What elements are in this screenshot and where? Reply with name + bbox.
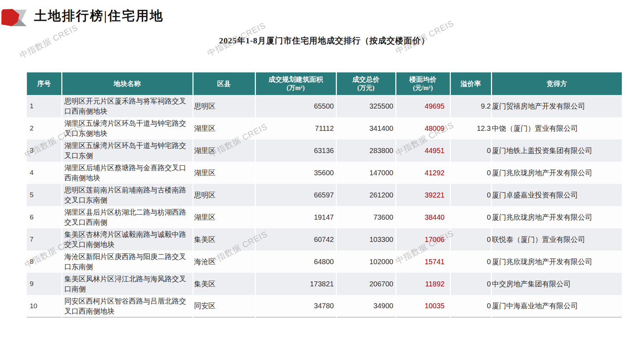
table-body: 1思明区开元片区厦禾路与将军祠路交叉口西南侧地块思明区6550032550049…	[27, 95, 622, 317]
cell-floor: 49695	[396, 95, 450, 117]
column-header-label: 区县	[217, 80, 231, 87]
column-header-unit: (万元)	[337, 84, 395, 92]
cell-area: 63136	[255, 139, 336, 162]
page-title: 土地排行榜|住宅用地	[34, 7, 164, 25]
cell-district: 湖里区	[193, 206, 255, 228]
cell-winner: 厦门地铁上盖投资集团有限公司	[491, 139, 622, 162]
column-header-7: 竞得方	[491, 72, 622, 95]
table-row: 8海沧区新阳片区庚西路与阳庚二路交叉口东南侧海沧区648001020001574…	[27, 251, 622, 273]
cell-area: 35600	[255, 162, 336, 184]
table-row: 9集美区凤林片区浔江北路与海凤路交叉口南侧集美区1738212067001189…	[27, 273, 622, 295]
column-header-unit: (万m²)	[256, 84, 336, 92]
cell-total: 102000	[336, 251, 396, 273]
cell-seq: 7	[27, 228, 62, 251]
cell-floor: 44951	[396, 139, 450, 162]
cell-floor: 41292	[396, 162, 450, 184]
column-header-label: 序号	[37, 80, 51, 87]
cell-total: 325500	[336, 95, 396, 117]
cell-floor: 38440	[396, 206, 450, 228]
cell-total: 261200	[336, 184, 396, 206]
column-header-1: 地块名称	[62, 72, 193, 95]
cell-district: 思明区	[193, 95, 255, 117]
cell-total: 34900	[336, 295, 396, 317]
cell-total: 147000	[336, 162, 396, 184]
cell-area: 66597	[255, 184, 336, 206]
cell-winner: 中饶（厦门）置业有限公司	[491, 117, 622, 139]
cell-name: 海沧区新阳片区庚西路与阳庚二路交叉口东南侧	[62, 251, 193, 273]
table-row: 1思明区开元片区厦禾路与将军祠路交叉口西南侧地块思明区6550032550049…	[27, 95, 622, 117]
cell-seq: 9	[27, 273, 62, 295]
cell-winner: 厦门兆欣珑房地产开发有限公司	[491, 206, 622, 228]
cell-name: 同安区西柯片区智谷西路与吕厝北路交叉口西南侧地块	[62, 295, 193, 317]
cell-premium: 0	[450, 251, 491, 273]
cell-winner: 中交房地产集团有限公司	[491, 273, 622, 295]
cell-winner: 厦门卓盛嘉业投资有限公司	[491, 184, 622, 206]
column-header-3: 成交规划建筑面积(万m²)	[255, 72, 336, 95]
cell-floor: 10035	[396, 295, 450, 317]
column-header-6: 溢价率	[450, 72, 491, 95]
table-row: 10同安区西柯片区智谷西路与吕厝北路交叉口西南侧地块同安区34780349001…	[27, 295, 622, 317]
cell-name: 思明区开元片区厦禾路与将军祠路交叉口西南侧地块	[62, 95, 193, 117]
table-row: 2湖里区五缘湾片区环岛干道与钟宅路交叉口东侧地块湖里区7111234140048…	[27, 117, 622, 139]
cell-district: 集美区	[193, 273, 255, 295]
column-header-label: 溢价率	[461, 80, 481, 87]
cell-floor: 48009	[396, 117, 450, 139]
cell-area: 19147	[255, 206, 336, 228]
cell-premium: 9.2	[450, 95, 491, 117]
table-row: 6湖里区县后片区枋湖北二路与枋湖西路交叉口西南侧湖里区1914773600384…	[27, 206, 622, 228]
cell-winner: 联悦泰（厦门）置业有限公司	[491, 228, 622, 251]
cell-district: 集美区	[193, 228, 255, 251]
cell-name: 湖里区县后片区枋湖北二路与枋湖西路交叉口西南侧	[62, 206, 193, 228]
cell-district: 湖里区	[193, 139, 255, 162]
column-header-label: 地块名称	[114, 80, 141, 87]
cell-name: 集美区杏林湾片区诚毅南路与诚毅中路交叉口南侧地块	[62, 228, 193, 251]
cell-district: 同安区	[193, 295, 255, 317]
column-header-label: 竞得方	[547, 80, 567, 87]
cell-seq: 8	[27, 251, 62, 273]
cell-premium: 0	[450, 184, 491, 206]
cell-floor: 15741	[396, 251, 450, 273]
cell-seq: 6	[27, 206, 62, 228]
cell-district: 海沧区	[193, 251, 255, 273]
cell-premium: 0	[450, 295, 491, 317]
column-header-label: 楼面均价	[409, 76, 437, 83]
cell-premium: 0	[450, 228, 491, 251]
creis-logo-icon	[1, 9, 27, 26]
cell-winner: 厦门兆欣珑房地产开发有限公司	[491, 251, 622, 273]
cell-total: 103300	[336, 228, 396, 251]
cell-area: 64800	[255, 251, 336, 273]
cell-seq: 2	[27, 117, 62, 139]
cell-premium: 0	[450, 139, 491, 162]
column-header-label: 成交规划建筑面积	[268, 76, 323, 83]
cell-area: 60742	[255, 228, 336, 251]
cell-premium: 0	[450, 273, 491, 295]
cell-total: 283800	[336, 139, 396, 162]
cell-area: 71112	[255, 117, 336, 139]
column-header-4: 成交总价(万元)	[336, 72, 396, 95]
cell-winner: 厦门中海嘉业地产有限公司	[491, 295, 622, 317]
cell-floor: 39221	[396, 184, 450, 206]
cell-seq: 10	[27, 295, 62, 317]
cell-seq: 1	[27, 95, 62, 117]
column-header-5: 楼面均价(元/m²)	[396, 72, 450, 95]
cell-seq: 5	[27, 184, 62, 206]
column-header-2: 区县	[193, 72, 255, 95]
cell-name: 思明区莲前南片区前埔南路与古楼南路交叉口东南侧	[62, 184, 193, 206]
cell-winner: 厦门贸禧房地产开发有限公司	[491, 95, 622, 117]
cell-area: 173821	[255, 273, 336, 295]
cell-floor: 17006	[396, 228, 450, 251]
table-row: 7集美区杏林湾片区诚毅南路与诚毅中路交叉口南侧地块集美区607421033001…	[27, 228, 622, 251]
cell-name: 湖里区后埔片区蔡塘路与金喜路交叉口西南侧地块	[62, 162, 193, 184]
cell-area: 65500	[255, 95, 336, 117]
cell-winner: 厦门兆欣珑房地产开发有限公司	[491, 162, 622, 184]
cell-district: 思明区	[193, 184, 255, 206]
column-header-unit: (元/m²)	[396, 84, 450, 92]
cell-district: 湖里区	[193, 162, 255, 184]
cell-total: 73600	[336, 206, 396, 228]
ranking-table-container: 序号地块名称区县成交规划建筑面积(万m²)成交总价(万元)楼面均价(元/m²)溢…	[27, 72, 622, 318]
table-title: 2025年1-8月厦门市住宅用地成交排行（按成交楼面价）	[27, 35, 622, 46]
cell-seq: 4	[27, 162, 62, 184]
table-header-row: 序号地块名称区县成交规划建筑面积(万m²)成交总价(万元)楼面均价(元/m²)溢…	[27, 72, 622, 95]
table-row: 3湖里区五缘湾片区环岛干道与钟宅路交叉口东侧湖里区631362838004495…	[27, 139, 622, 162]
column-header-0: 序号	[27, 72, 62, 95]
